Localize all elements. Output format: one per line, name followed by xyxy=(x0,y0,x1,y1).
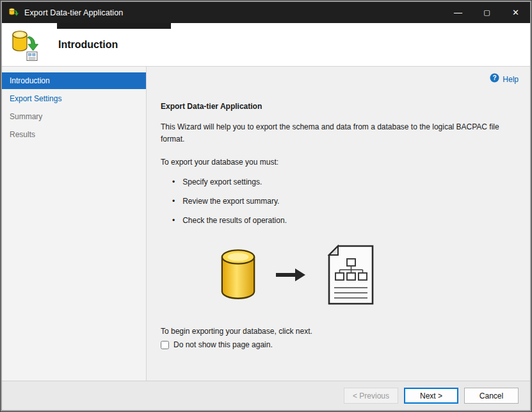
content: Export Data-tier Application This Wizard… xyxy=(147,102,530,349)
wizard-header: Introduction xyxy=(2,23,530,67)
window-content: Export Data-tier Application — ▢ ✕ xyxy=(2,2,530,410)
dont-show-again-label[interactable]: Do not show this page again. xyxy=(173,340,273,349)
footer-bar: < Previous Next > Cancel xyxy=(2,381,530,410)
content-heading: Export Data-tier Application xyxy=(161,102,511,111)
previous-button[interactable]: < Previous xyxy=(344,388,398,404)
screenshot-artifact-strip xyxy=(57,23,171,29)
help-row: ? Help xyxy=(147,67,530,85)
database-export-icon xyxy=(8,7,19,18)
requirements-list: Specify export settings. Review the expo… xyxy=(161,177,511,225)
arrow-right-icon xyxy=(276,268,307,284)
intro-text: This Wizard will help you to export the … xyxy=(161,121,510,145)
list-item: Review the export summary. xyxy=(172,197,511,206)
list-item: Specify export settings. xyxy=(172,177,511,186)
begin-text: To begin exporting your database, click … xyxy=(161,327,511,336)
window-title: Export Data-tier Application xyxy=(24,8,123,17)
svg-text:?: ? xyxy=(493,74,497,81)
minimize-button[interactable]: — xyxy=(444,2,472,23)
help-link[interactable]: ? Help xyxy=(490,73,519,85)
sidebar-item-export-settings[interactable]: Export Settings xyxy=(2,90,146,107)
wizard-steps-sidebar: Introduction Export Settings Summary Res… xyxy=(2,67,147,381)
wizard-window: Export Data-tier Application — ▢ ✕ xyxy=(0,0,532,412)
main-panel: ? Help Export Data-tier Application This… xyxy=(147,67,530,381)
dont-show-again-checkbox[interactable] xyxy=(161,341,169,349)
help-question-icon: ? xyxy=(490,73,499,85)
sidebar-item-results: Results xyxy=(2,126,146,143)
export-illustration xyxy=(220,244,376,308)
database-cylinder-icon xyxy=(220,249,257,302)
sidebar-item-summary: Summary xyxy=(2,108,146,125)
window-controls: — ▢ ✕ xyxy=(444,2,530,23)
body: Introduction Export Settings Summary Res… xyxy=(2,67,530,381)
bacpac-schema-file-icon xyxy=(326,244,376,308)
titlebar: Export Data-tier Application — ▢ ✕ xyxy=(2,2,530,23)
close-button[interactable]: ✕ xyxy=(501,2,530,23)
database-export-icon xyxy=(11,28,42,62)
maximize-button[interactable]: ▢ xyxy=(472,2,501,23)
cancel-button[interactable]: Cancel xyxy=(464,388,519,404)
page-title: Introduction xyxy=(58,39,118,51)
requirements-label: To export your database you must: xyxy=(161,158,511,167)
sidebar-item-introduction[interactable]: Introduction xyxy=(2,72,146,89)
next-button[interactable]: Next > xyxy=(404,388,458,404)
checkbox-row: Do not show this page again. xyxy=(161,340,511,349)
list-item: Check the results of operation. xyxy=(172,216,511,225)
help-label: Help xyxy=(503,75,519,84)
